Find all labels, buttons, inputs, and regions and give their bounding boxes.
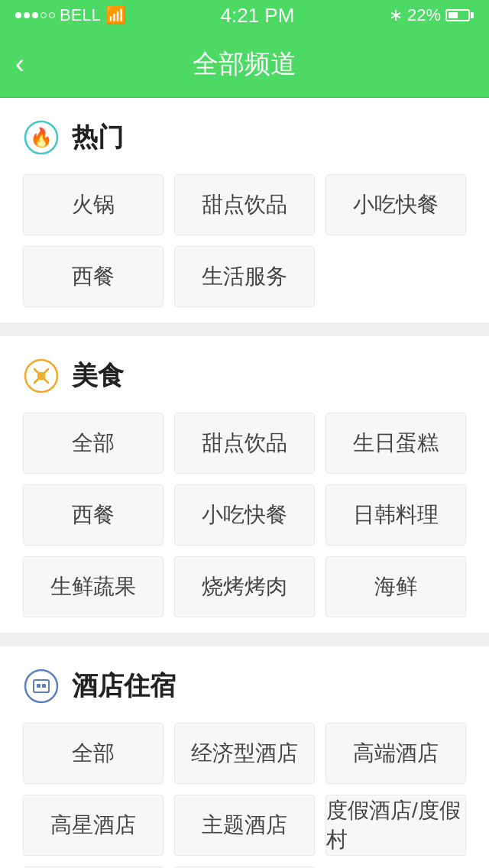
nav-title: 全部频道: [193, 47, 296, 82]
status-time: 4:21 PM: [220, 4, 294, 28]
hotel-icon: [23, 668, 60, 704]
section-food: 美食全部甜点饮品生日蛋糕西餐小吃快餐日韩料理生鲜蔬果烧烤烤肉海鲜: [0, 336, 489, 633]
section-title-food: 美食: [72, 358, 124, 394]
grid-hotel: 全部经济型酒店高端酒店高星酒店主题酒店度假酒店/度假村客栈青年旅社: [23, 723, 466, 868]
hot-icon: 🔥: [23, 119, 60, 156]
svg-rect-7: [34, 680, 49, 692]
grid-item[interactable]: 甜点饮品: [174, 174, 315, 235]
grid-item[interactable]: 生日蛋糕: [325, 413, 466, 474]
grid-item[interactable]: 烧烤烤肉: [174, 556, 315, 617]
food-icon: [23, 358, 60, 394]
grid-hot: 火锅甜点饮品小吃快餐西餐生活服务: [23, 174, 466, 307]
status-right: ∗ 22%: [389, 5, 474, 25]
grid-item[interactable]: 海鲜: [325, 556, 466, 617]
section-hotel: 酒店住宿全部经济型酒店高端酒店高星酒店主题酒店度假酒店/度假村客栈青年旅社: [0, 646, 489, 868]
grid-item[interactable]: 西餐: [23, 246, 164, 307]
section-title-hot: 热门: [72, 120, 124, 155]
grid-item[interactable]: 生活服务: [174, 246, 315, 307]
grid-item[interactable]: 高端酒店: [325, 723, 466, 784]
grid-item[interactable]: 生鲜蔬果: [23, 556, 164, 617]
grid-item[interactable]: 度假酒店/度假村: [325, 795, 466, 856]
grid-item[interactable]: 全部: [23, 413, 164, 474]
carrier-name: BELL: [60, 5, 101, 25]
section-hot: 🔥 热门火锅甜点饮品小吃快餐西餐生活服务: [0, 98, 489, 322]
battery-percent: 22%: [407, 5, 441, 25]
back-button[interactable]: ‹: [15, 48, 24, 80]
grid-item[interactable]: 主题酒店: [174, 795, 315, 856]
section-header-food: 美食: [23, 358, 466, 394]
status-left: BELL 📶: [15, 5, 126, 25]
grid-item[interactable]: 甜点饮品: [174, 413, 315, 474]
svg-point-6: [25, 670, 57, 702]
section-header-hot: 🔥 热门: [23, 119, 466, 156]
grid-item[interactable]: 经济型酒店: [174, 723, 315, 784]
signal-dots: [15, 12, 55, 18]
bluetooth-icon: ∗: [389, 5, 403, 25]
grid-food: 全部甜点饮品生日蛋糕西餐小吃快餐日韩料理生鲜蔬果烧烤烤肉海鲜: [23, 413, 466, 617]
nav-bar: ‹ 全部频道: [0, 31, 489, 98]
battery-icon: [445, 9, 474, 21]
grid-item[interactable]: 小吃快餐: [325, 174, 466, 235]
grid-item[interactable]: 日韩料理: [325, 484, 466, 546]
section-header-hotel: 酒店住宿: [23, 668, 466, 704]
grid-item[interactable]: 西餐: [23, 484, 164, 546]
status-bar: BELL 📶 4:21 PM ∗ 22%: [0, 0, 489, 31]
svg-rect-9: [42, 684, 46, 688]
grid-item[interactable]: 全部: [23, 723, 164, 784]
grid-item[interactable]: 火锅: [23, 174, 164, 235]
svg-text:🔥: 🔥: [30, 126, 53, 148]
grid-item[interactable]: 小吃快餐: [174, 484, 315, 546]
section-title-hotel: 酒店住宿: [72, 669, 176, 704]
content: 🔥 热门火锅甜点饮品小吃快餐西餐生活服务 美食全部甜点饮品生日蛋糕西餐小吃快餐日…: [0, 98, 489, 868]
svg-rect-8: [37, 684, 40, 688]
wifi-icon: 📶: [105, 5, 126, 25]
grid-item[interactable]: 高星酒店: [23, 795, 164, 856]
